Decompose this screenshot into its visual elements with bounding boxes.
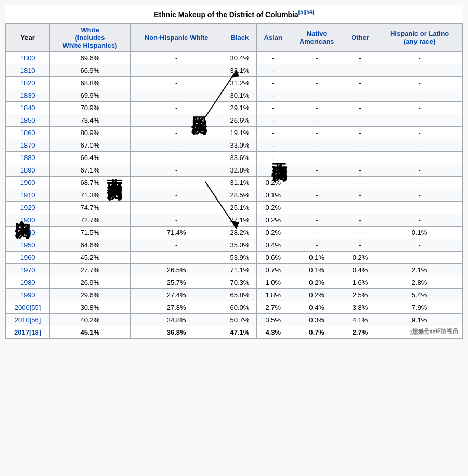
cell-black: 19.1%	[223, 126, 256, 139]
col-header-white: White(includesWhite Hispanics)	[50, 23, 130, 51]
cell-hispanicOrLatino: 0.1%	[376, 226, 463, 239]
cell-nativeAmericans: -	[290, 89, 344, 101]
cell-black: 65.8%	[223, 288, 256, 301]
col-header-native: NativeAmericans	[290, 23, 344, 51]
table-row: 194071.5%71.4%28.2%0.2%--0.1%	[6, 226, 463, 239]
table-row: 196045.2%-53.9%0.6%0.1%0.2%-	[6, 251, 463, 263]
cell-white: 69.6%	[50, 51, 130, 64]
cell-year: 1990	[6, 288, 50, 301]
cell-asian: -	[257, 139, 290, 151]
cell-nonHispanicWhite: -	[130, 126, 223, 139]
cell-nativeAmericans: 0.2%	[290, 288, 344, 301]
cell-other: -	[344, 214, 376, 226]
cell-nonHispanicWhite: -	[130, 176, 223, 189]
cell-other: -	[344, 101, 376, 114]
cell-nonHispanicWhite: -	[130, 101, 223, 114]
cell-nonHispanicWhite: -	[130, 164, 223, 176]
cell-other: -	[344, 114, 376, 126]
cell-year: 1850	[6, 114, 50, 126]
cell-black: 33.6%	[223, 151, 256, 164]
cell-white: 45.1%	[50, 326, 130, 338]
cell-black: 28.5%	[223, 189, 256, 201]
table-row: 2000[55]30.8%27.8%60.0%2.7%0.4%3.8%7.9%	[6, 301, 463, 313]
cell-asian: -	[257, 64, 290, 76]
cell-asian: 0.2%	[257, 214, 290, 226]
cell-hispanicOrLatino: 2.8%	[376, 276, 463, 288]
table-row: 189067.1%-32.8%----	[6, 164, 463, 176]
cell-nativeAmericans: -	[290, 126, 344, 139]
cell-nativeAmericans: -	[290, 164, 344, 176]
table-row: 193072.7%-27.1%0.2%---	[6, 214, 463, 226]
cell-black: 32.8%	[223, 164, 256, 176]
cell-black: 47.1%	[223, 326, 256, 338]
cell-hispanicOrLatino: 5.4%	[376, 288, 463, 301]
cell-white: 70.9%	[50, 101, 130, 114]
cell-nativeAmericans: -	[290, 139, 344, 151]
col-header-nonhispanicwhite: Non-Hispanic White	[130, 23, 223, 51]
cell-hispanicOrLatino: -	[376, 214, 463, 226]
table-row: 182068.8%-31.2%----	[6, 76, 463, 89]
cell-nonHispanicWhite: -	[130, 214, 223, 226]
cell-black: 50.7%	[223, 313, 256, 326]
cell-asian: -	[257, 101, 290, 114]
cell-year: 1980	[6, 276, 50, 288]
cell-white: 26.9%	[50, 276, 130, 288]
cell-nonHispanicWhite: -	[130, 201, 223, 214]
cell-asian: 0.2%	[257, 201, 290, 214]
cell-white: 68.7%	[50, 176, 130, 189]
cell-year: 2000[55]	[6, 301, 50, 313]
table-row: 195064.6%-35.0%0.4%---	[6, 239, 463, 251]
cell-white: 72.7%	[50, 214, 130, 226]
cell-asian: 0.1%	[257, 189, 290, 201]
table-row: 191071.3%-28.5%0.1%---	[6, 189, 463, 201]
cell-other: 2.7%	[344, 326, 376, 338]
cell-nativeAmericans: -	[290, 114, 344, 126]
cell-year: 1830	[6, 89, 50, 101]
table-row: 180069.6%-30.4%----	[6, 51, 463, 64]
table-row: 181066.9%-33.1%----	[6, 64, 463, 76]
table-row: 188066.4%-33.6%----	[6, 151, 463, 164]
cell-asian: -	[257, 151, 290, 164]
title-text: Ethnic Makeup of the District of Columbi…	[154, 10, 298, 19]
cell-nativeAmericans: -	[290, 226, 344, 239]
cell-asian: -	[257, 76, 290, 89]
cell-nativeAmericans: -	[290, 51, 344, 64]
cell-asian: 0.2%	[257, 226, 290, 239]
cell-nativeAmericans: 0.7%	[290, 326, 344, 338]
cell-hispanicOrLatino: -	[376, 239, 463, 251]
cell-nativeAmericans: -	[290, 151, 344, 164]
cell-nativeAmericans: 0.2%	[290, 276, 344, 288]
table-row: 2010[56]40.2%34.8%50.7%3.5%0.3%4.1%9.1%	[6, 313, 463, 326]
cell-year: 1800	[6, 51, 50, 64]
cell-black: 30.1%	[223, 89, 256, 101]
cell-white: 66.4%	[50, 151, 130, 164]
cell-black: 27.1%	[223, 214, 256, 226]
table-body: 180069.6%-30.4%----181066.9%-33.1%----18…	[6, 51, 463, 338]
cell-nonHispanicWhite: -	[130, 239, 223, 251]
cell-nonHispanicWhite: -	[130, 139, 223, 151]
col-header-hispanic: Hispanic or Latino(any race)	[376, 23, 463, 51]
cell-other: -	[344, 151, 376, 164]
cell-other: -	[344, 76, 376, 89]
table-row: 187067.0%-33.0%----	[6, 139, 463, 151]
cell-other: -	[344, 64, 376, 76]
cell-nativeAmericans: -	[290, 76, 344, 89]
cell-white: 64.6%	[50, 239, 130, 251]
cell-year: 1920	[6, 201, 50, 214]
cell-asian: 0.4%	[257, 239, 290, 251]
table-row: 198026.9%25.7%70.3%1.0%0.2%1.6%2.8%	[6, 276, 463, 288]
table-row: 185073.4%-26.6%----	[6, 114, 463, 126]
cell-white: 30.8%	[50, 301, 130, 313]
col-header-year: Year	[6, 23, 50, 51]
cell-black: 26.6%	[223, 114, 256, 126]
cell-year: 2010[56]	[6, 313, 50, 326]
cell-black: 71.1%	[223, 263, 256, 276]
cell-hispanicOrLatino: -	[376, 201, 463, 214]
cell-white: 45.2%	[50, 251, 130, 263]
cell-year: 1890	[6, 164, 50, 176]
cell-nonHispanicWhite: -	[130, 114, 223, 126]
cell-other: 4.1%	[344, 313, 376, 326]
cell-hispanicOrLatino: 9.1%	[376, 313, 463, 326]
cell-nativeAmericans: -	[290, 189, 344, 201]
cell-nonHispanicWhite: -	[130, 51, 223, 64]
